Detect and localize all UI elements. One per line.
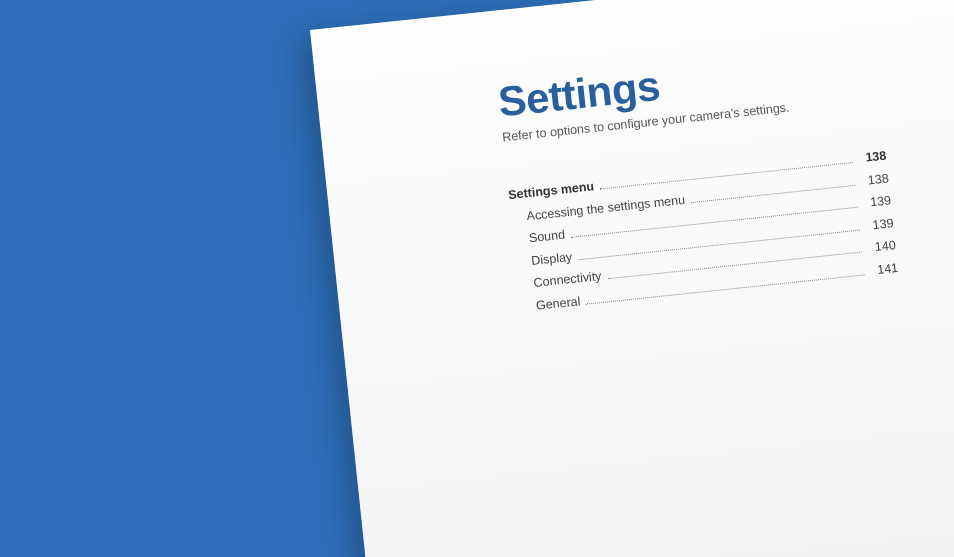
toc-item-page: 139 — [862, 189, 892, 214]
document-page: Settings Refer to options to configure y… — [310, 0, 954, 557]
toc-item-page: 141 — [869, 256, 899, 281]
toc-item-label: General — [519, 290, 582, 319]
toc-item-page: 138 — [860, 167, 890, 192]
table-of-contents: Settings menu 138 Accessing the settings… — [507, 145, 899, 319]
toc-section-page: 138 — [857, 145, 887, 170]
toc-item-page: 139 — [864, 212, 894, 237]
toc-item-page: 140 — [867, 234, 897, 259]
